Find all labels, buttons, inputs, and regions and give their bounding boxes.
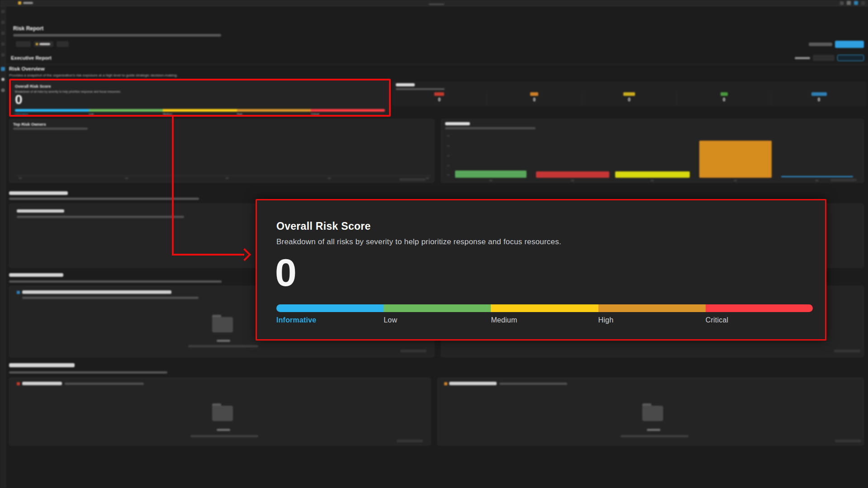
severity-label-high: High	[598, 316, 614, 324]
severity-label-medium: Medium	[491, 316, 517, 324]
highlight-rectangle	[9, 79, 391, 117]
zoom-callout-panel: Overall Risk Score Breakdown of all risk…	[256, 199, 826, 341]
callout-severity-bar	[276, 304, 813, 312]
severity-segment-medium	[491, 304, 598, 312]
severity-segment-low	[384, 304, 491, 312]
severity-label-low: Low	[384, 316, 397, 324]
severity-segment-informative	[276, 304, 384, 312]
severity-label-informative: Informative	[276, 316, 316, 324]
arrow-horizontal-line	[172, 254, 244, 256]
screenshot-root: Risk Report Executive Report Risk Overvi…	[0, 0, 868, 488]
callout-title: Overall Risk Score	[276, 220, 371, 232]
annotation-layer: Overall Risk Score Breakdown of all risk…	[0, 0, 868, 488]
callout-description: Breakdown of all risks by severity to he…	[276, 237, 561, 246]
callout-score-value: 0	[275, 253, 297, 292]
severity-label-critical: Critical	[706, 316, 729, 324]
severity-segment-critical	[706, 304, 813, 312]
arrow-vertical-line	[172, 117, 174, 256]
severity-segment-high	[598, 304, 706, 312]
arrow-head-icon	[238, 248, 251, 261]
callout-severity-labels: Informative Low Medium High Critical	[276, 316, 813, 326]
